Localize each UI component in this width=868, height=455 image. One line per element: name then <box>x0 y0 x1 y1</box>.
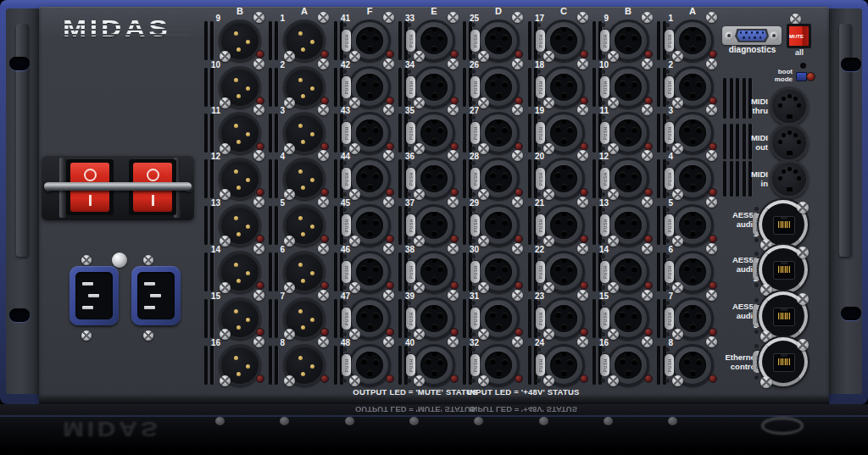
vent-slot <box>528 159 531 198</box>
xlr-pin-hole <box>490 80 496 86</box>
xlr-number-label: 15 <box>587 291 609 301</box>
xlr-socket-face <box>485 165 512 192</box>
phantom-status-led <box>450 50 459 58</box>
xlr-socket-face <box>679 258 706 286</box>
xlr-push-tab[interactable]: PUSH <box>536 30 545 52</box>
xlr-push-tab[interactable]: PUSH <box>536 354 545 376</box>
xlr-push-tab[interactable]: PUSH <box>406 30 415 52</box>
xlr-push-tab[interactable]: PUSH <box>342 76 351 98</box>
xlr-push-tab[interactable]: PUSH <box>665 168 674 190</box>
tab-mount-hole <box>471 254 476 258</box>
xlr-pin-hole <box>426 126 431 132</box>
xlr-push-tab[interactable]: PUSH <box>600 168 609 190</box>
tab-mount-hole <box>407 301 411 305</box>
xlr-push-tab[interactable]: PUSH <box>406 168 415 190</box>
xlr-push-tab[interactable]: PUSH <box>342 214 351 236</box>
rj45-latch-slot <box>781 354 787 357</box>
xlr-key-notch <box>626 352 631 356</box>
xlr-push-tab[interactable]: PUSH <box>600 30 609 52</box>
power-on-half[interactable] <box>70 189 109 212</box>
xlr-push-tab[interactable]: PUSH <box>600 354 609 376</box>
midi-din-jack[interactable] <box>770 123 809 162</box>
mute-all-button[interactable]: MUTE <box>789 26 809 46</box>
xlr-push-tab[interactable]: PUSH <box>536 168 545 190</box>
xlr-push-tab[interactable]: PUSH <box>665 354 674 376</box>
xlr-push-tab[interactable]: PUSH <box>406 122 415 144</box>
xlr-socket-face <box>356 212 383 239</box>
xlr-push-tab[interactable]: PUSH <box>600 76 609 98</box>
switch-guard-bar <box>44 182 192 191</box>
xlr-push-tab[interactable]: PUSH <box>536 308 545 330</box>
xlr-push-tab[interactable]: PUSH <box>406 354 415 376</box>
xlr-push-tab[interactable]: PUSH <box>600 122 609 144</box>
xlr-push-tab[interactable]: PUSH <box>665 76 674 98</box>
xlr-push-tab[interactable]: PUSH <box>406 308 415 330</box>
tab-mount-hole <box>342 379 347 383</box>
xlr-push-tab[interactable]: PUSH <box>536 214 545 236</box>
xlr-pin-hole <box>632 35 637 41</box>
xlr-push-tab[interactable]: PUSH <box>665 308 674 330</box>
tab-mount-hole <box>665 161 670 165</box>
panel-screw <box>543 189 554 200</box>
xlr-push-tab[interactable]: PUSH <box>665 122 674 144</box>
xlr-push-tab[interactable]: PUSH <box>470 168 480 190</box>
xlr-pin-hole <box>561 46 567 52</box>
xlr-push-tab[interactable]: PUSH <box>470 261 480 283</box>
xlr-pin-hole <box>555 219 561 225</box>
xlr-push-tab[interactable]: PUSH <box>665 261 674 283</box>
panel-screw <box>512 197 523 208</box>
xlr-push-tab[interactable]: PUSH <box>342 308 351 330</box>
xlr-push-tab[interactable]: PUSH <box>536 122 545 144</box>
din-pin-hole <box>793 97 798 101</box>
xlr-pin-hole <box>620 265 626 271</box>
midi-din-jack[interactable] <box>770 159 809 198</box>
xlr-push-tab[interactable]: PUSH <box>600 308 609 330</box>
xlr-push-tab[interactable]: PUSH <box>406 76 415 98</box>
xlr-pin-hole <box>632 81 637 87</box>
xlr-push-tab[interactable]: PUSH <box>342 261 351 283</box>
xlr-number-label: 12 <box>587 152 609 161</box>
xlr-pin <box>236 47 241 52</box>
xlr-number-label: 21 <box>522 198 544 208</box>
xlr-push-tab[interactable]: PUSH <box>470 214 480 236</box>
recessed-reset-hole[interactable] <box>800 63 806 69</box>
midi-din-jack[interactable] <box>770 86 809 125</box>
panel-screw <box>349 236 360 247</box>
panel-screw <box>543 143 554 154</box>
xlr-push-tab[interactable]: PUSH <box>600 214 609 236</box>
xlr-push-tab[interactable]: PUSH <box>342 354 351 376</box>
tab-mount-hole <box>601 54 605 58</box>
xlr-push-tab[interactable]: PUSH <box>342 122 351 144</box>
xlr-push-tab[interactable]: PUSH <box>470 122 480 144</box>
xlr-push-tab[interactable]: PUSH <box>342 168 351 190</box>
tab-mount-hole <box>665 347 670 352</box>
xlr-pin-hole <box>626 324 632 330</box>
xlr-pin-hole <box>496 138 502 144</box>
xlr-push-tab[interactable]: PUSH <box>600 261 609 283</box>
xlr-push-tab[interactable]: PUSH <box>470 308 480 330</box>
power-on-half[interactable] <box>133 189 172 212</box>
xlr-push-tab[interactable]: PUSH <box>406 214 415 236</box>
reflection-ethercon <box>761 417 804 435</box>
xlr-pin <box>301 47 305 52</box>
xlr-push-tab[interactable]: PUSH <box>665 214 674 236</box>
xlr-push-tab[interactable]: PUSH <box>470 30 480 52</box>
vent-slot <box>463 68 466 107</box>
xlr-push-tab[interactable]: PUSH <box>470 354 480 376</box>
xlr-push-tab[interactable]: PUSH <box>665 30 674 52</box>
xlr-push-tab[interactable]: PUSH <box>470 76 480 98</box>
xlr-push-tab[interactable]: PUSH <box>536 261 545 283</box>
xlr-number-label: 32 <box>457 338 479 347</box>
iec-power-inlet-1[interactable] <box>70 266 119 325</box>
xlr-push-tab[interactable]: PUSH <box>406 261 415 283</box>
iec-power-inlet-2[interactable] <box>131 266 181 325</box>
xlr-push-tab[interactable]: PUSH <box>536 76 545 98</box>
xlr-pin <box>236 325 241 330</box>
vent-slot <box>593 21 596 60</box>
xlr-push-tab[interactable]: PUSH <box>342 30 351 52</box>
dsub-pin-hole <box>751 31 754 34</box>
panel-screw <box>220 189 231 200</box>
tab-mount-hole <box>601 115 605 119</box>
vent-slot <box>275 68 278 107</box>
xlr-number-label: 41 <box>328 14 350 23</box>
